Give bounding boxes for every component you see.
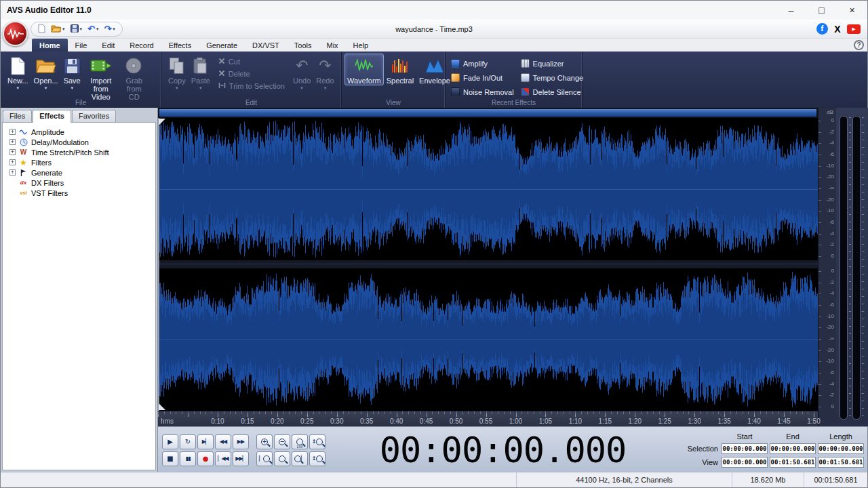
menu-tab-file[interactable]: File <box>68 39 95 52</box>
play-to-end-button[interactable]: ▶▏ <box>197 434 214 449</box>
tab-files[interactable]: Files <box>3 110 32 122</box>
zoom-out-button[interactable]: − <box>274 434 290 449</box>
menu-tab-effects[interactable]: Effects <box>161 39 199 52</box>
minimize-button[interactable]: – <box>776 1 806 20</box>
quick-redo-button[interactable]: ↷ ▾ <box>104 24 115 33</box>
maximize-button[interactable]: □ <box>806 1 837 20</box>
selection-start-marker-top[interactable] <box>159 119 165 125</box>
tree-item-amplitude[interactable]: +Amplitude <box>4 127 154 137</box>
zoom-in-button[interactable]: + <box>256 434 273 449</box>
zoom-vertical-in-button[interactable]: ↕ <box>309 434 326 449</box>
go-to-start-button[interactable]: ▏◀◀ <box>215 451 231 466</box>
tab-favorites[interactable]: Favorites <box>72 110 116 122</box>
view-start-field[interactable]: 00:00:00.000 <box>722 457 768 468</box>
selection-end-field[interactable]: 00:00:00.000 <box>770 443 816 454</box>
zoom-to-selection-button[interactable]: ▏ <box>256 451 273 466</box>
db-scale-channel-1: 0-2-4-6-10-20-∞-20-10-6-4-20 <box>820 118 834 259</box>
dropdown-icon[interactable]: ▾ <box>96 26 99 31</box>
quick-save-button[interactable]: ▾ <box>71 24 83 34</box>
tree-item-dx-filters[interactable]: +dxDX Filters <box>4 178 154 188</box>
selection-start-field[interactable]: 00:00:00.000 <box>722 443 768 454</box>
loop-button[interactable]: ↻ <box>180 434 196 449</box>
tree-item-vst-filters[interactable]: +vstVST Filters <box>4 188 154 198</box>
redo-button[interactable]: ↷ Redo ▾ <box>313 54 336 91</box>
noise-removal-button[interactable]: Noise Removal <box>451 87 514 96</box>
close-button[interactable]: × <box>837 1 867 20</box>
fade-in-out-button[interactable]: Fade In/Out <box>451 73 514 82</box>
play-button[interactable]: ▶ <box>162 434 178 449</box>
dropdown-icon[interactable]: ▾ <box>113 26 115 31</box>
zoom-vertical-out-button[interactable]: ↕ <box>309 451 326 466</box>
delete-silence-button[interactable]: Delete Silence <box>521 87 584 96</box>
playhead-cursor[interactable] <box>159 118 159 411</box>
menu-tab-generate[interactable]: Generate <box>199 39 245 52</box>
menu-tab-edit[interactable]: Edit <box>94 39 122 52</box>
open-button[interactable]: Open... ▾ <box>31 54 61 91</box>
dropdown-icon[interactable]: ▾ <box>199 85 202 90</box>
tree-item-filters[interactable]: +★Filters <box>4 157 154 167</box>
dropdown-icon[interactable]: ▾ <box>45 85 47 90</box>
timeline-ruler[interactable]: hms 0:100:150:200:250:300:350:400:450:50… <box>158 411 818 426</box>
stop-button[interactable]: ■ <box>162 451 178 466</box>
menu-tab-mix[interactable]: Mix <box>319 39 345 52</box>
grab-from-cd-button[interactable]: Grab from CD <box>119 54 150 102</box>
menu-tab-help[interactable]: Help <box>346 39 376 52</box>
fast-forward-button[interactable]: ▶▶ <box>233 434 249 449</box>
avs-logo[interactable] <box>3 21 28 46</box>
expand-icon[interactable]: + <box>9 169 16 176</box>
record-button[interactable]: ● <box>197 451 214 466</box>
menu-tab-home[interactable]: Home <box>32 39 68 52</box>
dropdown-icon[interactable]: ▾ <box>324 85 327 90</box>
cut-button[interactable]: Cut <box>216 56 288 67</box>
equalizer-button[interactable]: Equalizer <box>521 59 584 68</box>
dropdown-icon[interactable]: ▾ <box>300 85 303 90</box>
tree-item-time-stretch-pitch-shift[interactable]: +WTime Stretch/Pitch Shift <box>4 147 154 157</box>
zoom-100-button[interactable]: 100 <box>292 434 308 449</box>
expand-icon[interactable]: + <box>9 139 16 145</box>
dropdown-icon[interactable]: ▾ <box>17 85 20 90</box>
menu-tab-record[interactable]: Record <box>122 39 161 52</box>
view-length-field[interactable]: 00:01:50.681 <box>818 457 864 468</box>
save-button[interactable]: Save ▾ <box>61 54 83 91</box>
dropdown-icon[interactable]: ▾ <box>71 85 73 90</box>
quick-open-button[interactable]: ▾ <box>51 24 65 34</box>
zoom-full-button[interactable] <box>274 451 290 466</box>
undo-button[interactable]: ↶ Undo ▾ <box>290 54 313 91</box>
new-button[interactable]: New... ▾ <box>5 54 31 91</box>
tree-item-delay-modulation[interactable]: +Delay/Modulation <box>4 137 154 147</box>
tempo-change-button[interactable]: Tempo Change <box>521 73 584 82</box>
expand-icon[interactable]: + <box>9 129 16 135</box>
facebook-icon[interactable]: f <box>816 23 828 35</box>
quick-undo-button[interactable]: ↶ ▾ <box>87 24 98 33</box>
rewind-button[interactable]: ◀◀ <box>215 434 231 449</box>
amplify-button[interactable]: Amplify <box>451 59 514 68</box>
go-to-end-button[interactable]: ▶▶▏ <box>233 451 249 466</box>
spectral-view-button[interactable]: Spectral <box>384 54 416 85</box>
dropdown-icon[interactable]: ▾ <box>176 85 178 90</box>
delete-button[interactable]: Delete <box>216 68 288 79</box>
waveform-view-button[interactable]: Waveform <box>344 54 384 85</box>
zoom-selection-right-button[interactable]: ▏ <box>292 451 308 466</box>
view-end-field[interactable]: 00:01:50.681 <box>770 457 816 468</box>
menu-tab-dx-vst[interactable]: DX/VST <box>245 39 287 52</box>
selection-length-field[interactable]: 00:00:00.000 <box>818 443 864 454</box>
youtube-icon[interactable]: ▶ <box>847 24 861 34</box>
dropdown-icon[interactable]: ▾ <box>80 26 83 31</box>
menu-tab-tools[interactable]: Tools <box>287 39 319 52</box>
import-from-video-button[interactable]: Import from Video <box>83 54 119 102</box>
trim-to-selection-button[interactable]: Trim to Selection <box>216 81 288 92</box>
quick-new-button[interactable] <box>38 24 45 35</box>
waveform-display[interactable] <box>158 118 818 411</box>
tab-effects[interactable]: Effects <box>33 110 71 123</box>
copy-button[interactable]: Copy ▾ <box>165 54 189 91</box>
selection-start-marker-bottom[interactable] <box>159 403 165 410</box>
expand-icon[interactable]: + <box>9 159 16 165</box>
paste-button[interactable]: Paste ▾ <box>189 54 213 91</box>
expand-icon[interactable]: + <box>9 149 16 155</box>
pause-button[interactable]: ▮▮ <box>180 451 196 466</box>
tree-item-generate[interactable]: +Generate <box>4 167 154 178</box>
help-icon[interactable]: ? <box>854 40 864 50</box>
overview-scrollbar[interactable] <box>159 108 817 117</box>
dropdown-icon[interactable]: ▾ <box>62 26 65 31</box>
x-icon[interactable]: X <box>832 23 843 35</box>
